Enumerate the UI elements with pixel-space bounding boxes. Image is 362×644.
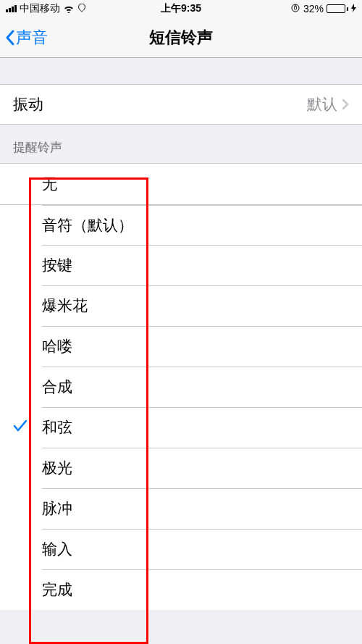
vibration-cell[interactable]: 振动 默认: [0, 84, 362, 125]
status-bar: 中国移动 上午9:35 32%: [0, 0, 362, 17]
ringtone-row[interactable]: 完成: [0, 569, 362, 610]
status-time: 上午9:35: [161, 2, 201, 15]
nav-header: 声音 短信铃声: [0, 17, 362, 58]
ringtone-row[interactable]: 哈喽: [0, 326, 362, 367]
ringtone-label: 脉冲: [42, 498, 72, 519]
ringtone-label: 无: [42, 174, 57, 194]
charging-icon: [351, 3, 356, 14]
ringtone-row[interactable]: 脉冲: [0, 488, 362, 529]
section-header-alert-tones: 提醒铃声: [0, 125, 362, 163]
ringtone-label: 合成: [42, 377, 72, 397]
chevron-left-icon: [4, 29, 16, 46]
ringtone-row[interactable]: 按键: [0, 245, 362, 285]
svg-rect-1: [294, 7, 296, 9]
page-title: 短信铃声: [149, 27, 213, 49]
ringtone-label: 哈喽: [42, 336, 72, 356]
ringtone-row[interactable]: 极光: [0, 448, 362, 488]
battery-icon: [327, 4, 348, 13]
ringtone-row[interactable]: 无: [0, 164, 362, 204]
ringtone-row[interactable]: 音符（默认）: [0, 204, 362, 245]
ringtone-row[interactable]: 和弦: [0, 407, 362, 448]
vibration-value: 默认: [307, 94, 337, 114]
ringtone-label: 完成: [42, 580, 72, 600]
ringtone-label: 输入: [42, 539, 72, 559]
vibration-value-wrap: 默认: [307, 94, 349, 114]
status-right: 32%: [290, 3, 356, 15]
ringtone-label: 极光: [42, 458, 72, 478]
checkmark-icon: [13, 419, 28, 436]
rotation-lock-icon: [290, 3, 300, 15]
signal-icon: [6, 5, 17, 12]
do-not-disturb-icon: [77, 3, 86, 14]
ringtone-label: 和弦: [42, 417, 72, 438]
svg-point-0: [292, 4, 299, 12]
ringtone-label: 音符（默认）: [42, 215, 133, 235]
carrier-label: 中国移动: [20, 2, 60, 15]
ringtone-label: 按键: [42, 255, 72, 275]
back-label: 声音: [16, 27, 48, 49]
battery-percent: 32%: [303, 3, 324, 14]
ringtone-row[interactable]: 输入: [0, 529, 362, 569]
ringtone-label: 爆米花: [42, 296, 88, 316]
ringtone-list: 无 音符（默认） 按键 爆米花 哈喽 合成 和弦 极光 脉冲 输入 完成: [0, 163, 362, 610]
ringtone-row[interactable]: 爆米花: [0, 285, 362, 326]
vibration-label: 振动: [13, 94, 43, 114]
chevron-right-icon: [342, 99, 349, 110]
group-spacer: [0, 58, 362, 84]
status-left: 中国移动: [6, 2, 86, 15]
back-button[interactable]: 声音: [0, 27, 48, 49]
wifi-icon: [63, 4, 75, 13]
ringtone-row[interactable]: 合成: [0, 367, 362, 407]
